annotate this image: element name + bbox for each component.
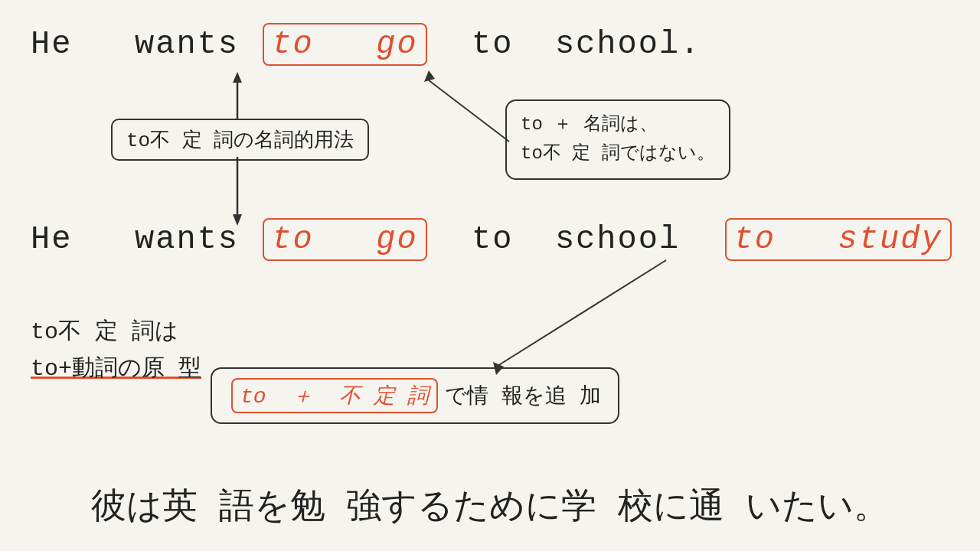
sentence2-middle: to school [430, 221, 722, 258]
sentence1: He wants to go to school. [31, 23, 701, 66]
explanation-line1: to不 定 詞は [31, 314, 201, 350]
callout-bottom-boxed: to ＋ 不 定 詞 [231, 378, 438, 413]
callout-bottom-suffix: で情 報を追 加 [445, 381, 601, 410]
arrows-svg [0, 0, 980, 551]
svg-marker-1 [233, 72, 242, 83]
svg-line-4 [429, 80, 509, 142]
callout-top-line2: to不 定 詞ではない。 [521, 139, 715, 168]
sentence2: He wants to go to school to study Englis… [31, 218, 980, 261]
sentence2-boxed2: to study [725, 218, 952, 261]
sentence1-prefix: He wants [31, 26, 260, 63]
svg-line-6 [498, 260, 666, 366]
sentence2-boxed1: to go [263, 218, 426, 261]
explanation-left: to不 定 詞は to+動詞の原 型 [31, 314, 201, 387]
translation: 彼は英 語を勉 強するために学 校に通 いたい。 [0, 482, 980, 530]
sentence1-boxed: to go [263, 23, 426, 66]
sentence2-prefix: He wants [31, 221, 260, 258]
callout-bottom: to ＋ 不 定 詞 で情 報を追 加 [211, 367, 619, 424]
explanation-line2: to+動詞の原 型 [31, 350, 201, 387]
box-meishi-text: to不 定 詞の名詞的用法 [126, 129, 354, 152]
sentence1-suffix: to school. [430, 26, 701, 63]
explanation-underline: to+動詞の原 型 [31, 356, 201, 382]
canvas: He wants to go to school. to不 定 詞の名詞的用法 … [0, 0, 980, 551]
sentence2-suffix: English. [955, 221, 980, 258]
svg-marker-5 [424, 70, 435, 82]
translation-text: 彼は英 語を勉 強するために学 校に通 いたい。 [91, 488, 888, 528]
callout-top: to ＋ 名詞は、 to不 定 詞ではない。 [505, 99, 730, 180]
box-meishi: to不 定 詞の名詞的用法 [111, 119, 369, 161]
callout-top-line1: to ＋ 名詞は、 [521, 110, 715, 139]
